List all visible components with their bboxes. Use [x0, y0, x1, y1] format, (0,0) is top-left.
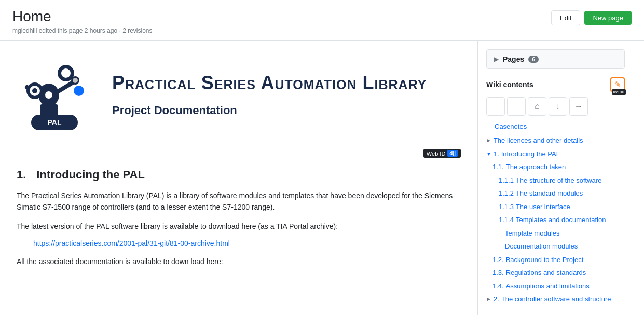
toc-link-1[interactable]: 1.Introducing the PAL: [494, 149, 560, 159]
toc-item-doc-modules: Documentation modules: [486, 240, 625, 253]
casenotes-link[interactable]: Casenotes: [486, 122, 527, 130]
toc-item-1-1-1: 1.1.1The structure of the software: [486, 174, 625, 187]
casenotes-section: Casenotes: [486, 122, 625, 130]
home-icon: ⌂: [535, 102, 540, 111]
svg-point-1: [61, 68, 71, 78]
nav-btn-down[interactable]: ↓: [549, 97, 567, 116]
svg-point-10: [45, 91, 52, 99]
wiki-contents-header: Wiki contents ✎ loc 00: [486, 77, 625, 92]
archive-link-block: https://practicalseries.com/2001-pal/31-…: [33, 239, 461, 248]
expand-icon-2[interactable]: ►: [486, 295, 491, 303]
loc-badge: loc 00: [612, 89, 626, 95]
toc-link-template-modules[interactable]: Template modules: [505, 228, 560, 239]
toc-link-1-1-4[interactable]: 1.1.4Templates and documentation: [499, 215, 606, 225]
toc-item-1-4: 1.4.Assumptions and limitations: [486, 280, 625, 293]
expand-icon-1[interactable]: ▼: [486, 150, 491, 158]
nav-btn-empty2[interactable]: [507, 97, 526, 116]
pencil-icon: ✎: [614, 80, 621, 89]
nav-btn-right[interactable]: →: [569, 97, 588, 116]
toc-link-1-1-2[interactable]: 1.1.2The standard modules: [499, 188, 583, 199]
web-id-label: Web ID: [427, 150, 445, 157]
svg-point-11: [74, 86, 84, 96]
web-id-value: djj: [447, 150, 458, 157]
toc-list: ► The licences and other details ▼ 1.Int…: [486, 134, 625, 306]
toc-item-1-1-2: 1.1.2The standard modules: [486, 187, 625, 200]
toc-item-1-1-3: 1.1.3The user interface: [486, 201, 625, 213]
toc-link-doc-modules[interactable]: Documentation modules: [505, 241, 578, 252]
pages-section[interactable]: ▶ Pages 6: [486, 49, 625, 69]
toc-edit-button[interactable]: ✎ loc 00: [610, 77, 625, 92]
para3: All the associated documentation is avai…: [17, 256, 461, 267]
new-page-button[interactable]: New page: [584, 11, 632, 25]
logo-text: Practical Series Automation Library Proj…: [112, 73, 427, 117]
expand-icon[interactable]: ►: [486, 136, 491, 144]
nav-btn-home[interactable]: ⌂: [528, 97, 546, 116]
down-icon: ↓: [556, 102, 560, 111]
svg-line-3: [59, 82, 74, 91]
page-meta: mgledhill edited this page 2 hours ago ·…: [12, 27, 153, 34]
section1-heading: 1.Introducing the PAL: [17, 168, 461, 182]
toc-link-2[interactable]: 2.The controller software and structure: [494, 294, 611, 305]
badge-row: Web ID djj: [17, 149, 461, 162]
logo-subtitle: Project Documentation: [112, 104, 237, 117]
toc-link-licences[interactable]: The licences and other details: [494, 135, 583, 146]
toc-item-template-modules: Template modules: [486, 227, 625, 240]
nav-btn-empty1[interactable]: [486, 97, 505, 116]
svg-point-5: [73, 78, 78, 83]
logo-area: PAL Practical Series Automation Library …: [17, 53, 461, 136]
toc-item-1-1-4: 1.1.4Templates and documentation: [486, 214, 625, 226]
edit-button[interactable]: Edit: [551, 10, 580, 25]
svg-point-16: [32, 88, 37, 93]
pal-logo: PAL: [17, 53, 100, 136]
pages-count: 6: [528, 56, 539, 63]
toc-link-1-1-1[interactable]: 1.1.1The structure of the software: [499, 175, 601, 186]
logo-title: Practical Series Automation Library: [112, 73, 427, 93]
top-bar: Home mgledhill edited this page 2 hours …: [0, 0, 644, 41]
toc-item-2: ► 2.The controller software and structur…: [486, 293, 625, 306]
toc-item-1: ▼ 1.Introducing the PAL: [486, 148, 625, 160]
toc-item-1-3: 1.3.Regulations and standards: [486, 267, 625, 279]
toc-item-1-2: 1.2.Background to the Project: [486, 254, 625, 266]
pages-label: Pages: [503, 55, 524, 63]
section1-title: Introducing the PAL: [36, 168, 145, 181]
svg-text:PAL: PAL: [48, 118, 62, 127]
toc-item-1-1: 1.1.The approach taken: [486, 161, 625, 173]
toc-link-1-4[interactable]: 1.4.Assumptions and limitations: [492, 281, 590, 292]
web-id-badge: Web ID djj: [423, 149, 461, 158]
sidebar: ▶ Pages 6 Wiki contents ✎ loc 00 ⌂ ↓ →: [477, 41, 633, 315]
right-icon: →: [574, 102, 583, 111]
toc-nav-buttons: ⌂ ↓ →: [486, 97, 625, 116]
header-actions: Edit New page: [551, 10, 632, 25]
section1-num: 1.: [17, 168, 26, 181]
toc-link-1-2[interactable]: 1.2.Background to the Project: [492, 255, 583, 265]
para2: The latest version of the PAL software l…: [17, 221, 461, 232]
toc-link-1-1[interactable]: 1.1.The approach taken: [492, 162, 566, 172]
para1: The Practical Series Automation Library …: [17, 190, 461, 213]
pages-chevron-icon: ▶: [494, 56, 499, 63]
toc-link-1-1-3[interactable]: 1.1.3The user interface: [499, 202, 570, 212]
archive-link[interactable]: https://practicalseries.com/2001-pal/31-…: [33, 239, 230, 248]
content-area: PAL Practical Series Automation Library …: [0, 41, 477, 315]
main-layout: PAL Practical Series Automation Library …: [0, 41, 644, 315]
page-header: Home mgledhill edited this page 2 hours …: [12, 8, 153, 34]
toc-link-1-3[interactable]: 1.3.Regulations and standards: [492, 268, 586, 278]
toc-item-licences: ► The licences and other details: [486, 134, 625, 147]
page-title: Home: [12, 8, 153, 25]
wiki-contents-label: Wiki contents: [486, 80, 533, 89]
